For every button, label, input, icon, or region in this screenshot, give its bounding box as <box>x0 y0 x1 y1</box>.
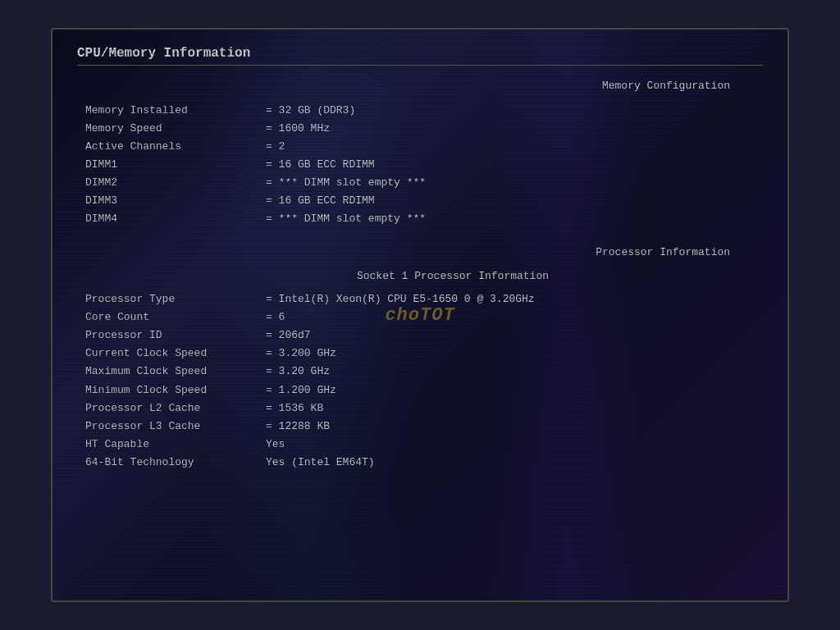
info-label: Maximum Clock Speed <box>85 363 266 381</box>
info-value: 16 GB ECC RDIMM <box>266 156 375 174</box>
table-row: DIMM316 GB ECC RDIMM <box>85 192 763 210</box>
bios-screen: choTOT CPU/Memory Information Memory Con… <box>51 28 789 602</box>
processor-info-block: Processor TypeIntel(R) Xeon(R) CPU E5-16… <box>77 290 763 472</box>
info-label: Processor Type <box>85 290 266 308</box>
memory-section-header: Memory Configuration <box>77 78 730 95</box>
table-row: Core Count6 <box>85 308 763 326</box>
info-label: DIMM2 <box>85 174 266 192</box>
info-value: 1600 MHz <box>266 120 330 138</box>
table-row: Processor L3 Cache12288 KB <box>85 418 763 436</box>
content-area: Memory Configuration Memory Installed32 … <box>77 78 763 472</box>
info-value: 1.200 GHz <box>266 381 336 399</box>
info-label: Current Clock Speed <box>85 345 266 363</box>
info-label: DIMM4 <box>85 210 266 228</box>
info-value: Intel(R) Xeon(R) CPU E5-1650 0 @ 3.20GHz <box>266 290 535 308</box>
info-label: HT Capable <box>85 436 266 454</box>
info-value: 6 <box>266 308 285 326</box>
info-value: 12288 KB <box>266 418 330 436</box>
info-value: Yes <box>266 436 285 454</box>
info-value: 1536 KB <box>266 399 323 418</box>
info-label: Processor ID <box>85 326 266 345</box>
info-value: *** DIMM slot empty *** <box>266 210 426 228</box>
table-row: DIMM2*** DIMM slot empty *** <box>85 174 763 192</box>
page-title: CPU/Memory Information <box>77 46 763 66</box>
info-value: 32 GB (DDR3) <box>266 102 355 120</box>
processor-sub-section: Socket 1 Processor Information <box>143 268 763 285</box>
info-label: Active Channels <box>85 138 266 156</box>
table-row: Memory Installed32 GB (DDR3) <box>85 102 763 120</box>
table-row: Minimum Clock Speed1.200 GHz <box>85 381 763 399</box>
table-row: 64-Bit Technology Yes (Intel EM64T) <box>85 454 763 472</box>
table-row: HT Capable Yes <box>85 436 763 454</box>
memory-info-block: Memory Installed32 GB (DDR3)Memory Speed… <box>77 102 763 229</box>
info-label: DIMM1 <box>85 156 266 174</box>
info-value: Yes (Intel EM64T) <box>266 454 375 472</box>
info-value: 206d7 <box>266 326 311 345</box>
table-row: Active Channels2 <box>85 138 763 156</box>
info-label: DIMM3 <box>85 192 266 210</box>
info-label: Processor L2 Cache <box>85 399 266 418</box>
info-label: Processor L3 Cache <box>85 418 266 436</box>
table-row: Processor ID206d7 <box>85 326 763 345</box>
table-row: Memory Speed1600 MHz <box>85 120 763 138</box>
table-row: Current Clock Speed3.200 GHz <box>85 345 763 363</box>
info-value: 3.200 GHz <box>266 345 336 363</box>
table-row: Processor L2 Cache1536 KB <box>85 399 763 418</box>
processor-section-header: Processor Information <box>77 244 730 262</box>
info-label: Minimum Clock Speed <box>85 381 266 399</box>
table-row: Maximum Clock Speed3.20 GHz <box>85 363 763 381</box>
info-value: 3.20 GHz <box>266 363 330 381</box>
info-value: 2 <box>266 138 285 156</box>
info-value: 16 GB ECC RDIMM <box>266 192 375 210</box>
info-label: 64-Bit Technology <box>85 454 266 472</box>
table-row: DIMM4*** DIMM slot empty *** <box>85 210 763 228</box>
info-label: Core Count <box>85 308 266 326</box>
table-row: DIMM116 GB ECC RDIMM <box>85 156 763 174</box>
info-label: Memory Speed <box>85 120 266 138</box>
info-value: *** DIMM slot empty *** <box>266 174 426 192</box>
info-label: Memory Installed <box>85 102 266 120</box>
table-row: Processor TypeIntel(R) Xeon(R) CPU E5-16… <box>85 290 763 308</box>
